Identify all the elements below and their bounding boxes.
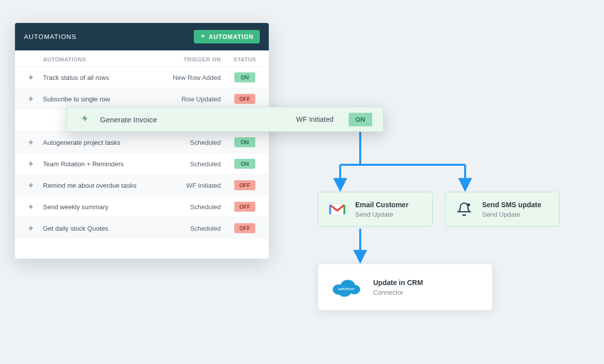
add-automation-label: AUTOMATION <box>209 33 254 40</box>
status-badge[interactable]: ON <box>234 72 255 82</box>
col-header-trigger: TRIGGER ON <box>170 56 230 62</box>
node-subtitle: Send Update <box>482 211 541 218</box>
node-subtitle: Send Update <box>355 211 409 218</box>
automation-row[interactable]: Track status of all rows New Row Added O… <box>15 66 269 88</box>
svg-text:salesforce: salesforce <box>338 287 355 291</box>
status-badge[interactable]: ON <box>349 113 373 126</box>
bolt-icon <box>24 182 38 189</box>
row-trigger: Scheduled <box>170 203 230 211</box>
panel-title: AUTOMATIONS <box>24 33 76 40</box>
row-trigger: WF Initiated <box>296 115 334 123</box>
automation-row[interactable]: Get daily stock Quotes Scheduled OFF <box>15 217 269 239</box>
bell-icon <box>454 199 474 219</box>
node-title: Send SMS update <box>482 201 541 209</box>
automation-rows: Track status of all rows New Row Added O… <box>15 66 269 259</box>
automation-row[interactable]: Send weekly summary Scheduled OFF <box>15 196 269 217</box>
bolt-icon <box>24 74 38 81</box>
row-trigger: WF Initiated <box>170 182 230 189</box>
row-name: Track status of all rows <box>43 74 170 81</box>
row-trigger: Scheduled <box>170 139 230 146</box>
row-name: Send weekly summary <box>43 203 170 211</box>
row-trigger: Row Updated <box>170 95 230 103</box>
row-name: Remind me about overdue tasks <box>43 182 170 189</box>
automation-row[interactable]: Team Rotation + Reminders Scheduled ON <box>15 153 269 174</box>
row-trigger: Scheduled <box>170 160 230 168</box>
row-name: Generate Invoice <box>100 115 296 124</box>
status-badge[interactable]: ON <box>234 137 255 147</box>
row-name: Subscribe to single row <box>43 95 170 103</box>
plus-icon <box>200 33 206 40</box>
panel-header: AUTOMATIONS AUTOMATION <box>15 23 269 50</box>
row-trigger: Scheduled <box>170 225 230 232</box>
automation-row[interactable]: Subscribe to single row Row Updated OFF <box>15 88 269 109</box>
bolt-icon <box>24 225 38 232</box>
status-badge[interactable]: OFF <box>234 94 255 104</box>
bolt-icon <box>24 95 38 102</box>
node-subtitle: Connector <box>373 289 423 296</box>
flow-node-crm[interactable]: salesforce Update in CRM Connector <box>318 264 493 311</box>
workflow-diagram: Email Customer Send Update Send SMS upda… <box>318 132 568 332</box>
node-title: Update in CRM <box>373 279 423 287</box>
column-headers: AUTOMATIONS TRIGGER ON STATUS <box>15 50 269 66</box>
automations-panel: AUTOMATIONS AUTOMATION AUTOMATIONS TRIGG… <box>15 23 269 259</box>
status-badge[interactable]: ON <box>234 159 255 169</box>
status-badge[interactable]: OFF <box>234 223 255 233</box>
row-name: Get daily stock Quotes <box>43 225 170 232</box>
bolt-icon <box>81 114 89 124</box>
bolt-icon <box>24 160 38 167</box>
row-trigger: New Row Added <box>170 74 230 81</box>
col-header-name: AUTOMATIONS <box>43 56 170 62</box>
salesforce-icon: salesforce <box>330 275 362 299</box>
flow-node-sms[interactable]: Send SMS update Send Update <box>445 192 560 227</box>
automation-row[interactable]: Remind me about overdue tasks WF Initiat… <box>15 174 269 196</box>
bolt-icon <box>24 203 38 210</box>
flow-node-email[interactable]: Email Customer Send Update <box>318 192 433 227</box>
status-badge[interactable]: OFF <box>234 202 255 212</box>
add-automation-button[interactable]: AUTOMATION <box>194 30 260 43</box>
status-badge[interactable]: OFF <box>234 180 255 190</box>
row-name: Team Rotation + Reminders <box>43 160 170 168</box>
node-title: Email Customer <box>355 201 409 209</box>
automation-row[interactable]: Autogenerate project tasks Scheduled ON <box>15 131 269 153</box>
bolt-icon <box>24 139 38 146</box>
row-name: Autogenerate project tasks <box>43 139 170 146</box>
svg-point-3 <box>467 203 470 206</box>
gmail-icon <box>327 199 347 219</box>
col-header-status: STATUS <box>230 56 260 62</box>
automation-row-highlighted[interactable]: Generate Invoice WF Initiated ON <box>66 107 384 132</box>
